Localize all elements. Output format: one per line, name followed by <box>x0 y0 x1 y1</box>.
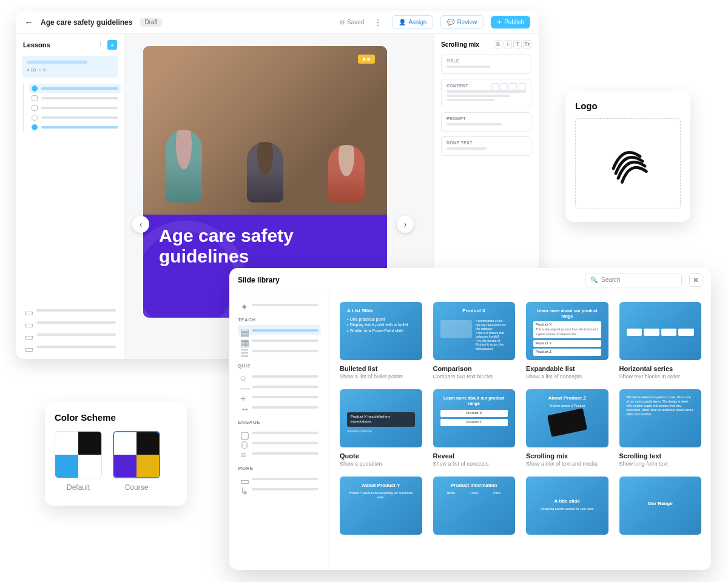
assign-button[interactable]: 👤Assign <box>392 15 433 29</box>
slide-template-tile[interactable]: Our Range <box>619 477 702 535</box>
next-slide-button[interactable]: › <box>397 216 414 233</box>
library-filter-item[interactable]: ↳ <box>238 484 321 494</box>
library-filter-item[interactable]: + <box>238 392 321 402</box>
library-category: TEACH <box>238 317 321 323</box>
library-category: ENGAGE <box>238 420 321 425</box>
logo-upload-slot[interactable] <box>575 118 681 209</box>
tool-icon[interactable] <box>500 83 508 90</box>
slide-template-tile[interactable]: Product InformationNameColorsPrice <box>433 477 516 535</box>
slide-template-tile[interactable]: A List Slide• One practical point• Displ… <box>340 302 422 380</box>
template-description: Show a mix of text and media <box>526 461 608 467</box>
color-swatch[interactable] <box>113 431 160 478</box>
color-scheme-option[interactable]: Default <box>55 431 102 492</box>
inspector-heading: Scrolling mix <box>441 41 479 48</box>
outline-item[interactable] <box>29 122 121 132</box>
library-filter-item[interactable]: ○ <box>238 371 321 381</box>
footer-item[interactable]: ▭ <box>24 304 116 316</box>
text-icon[interactable]: T <box>513 40 522 48</box>
template-name: Bulleted list <box>340 365 422 372</box>
color-scheme-label: Default <box>55 483 102 492</box>
template-thumbnail: Product InformationNameColorsPrice <box>433 477 516 535</box>
close-button[interactable]: ✕ <box>689 273 703 287</box>
italic-icon[interactable]: I <box>504 40 512 48</box>
document-title: Age care safety guidelines <box>41 18 132 27</box>
library-filter-all[interactable]: ✦ <box>238 299 321 310</box>
template-description: Show a list of concepts <box>526 373 608 380</box>
template-name: Comparison <box>433 365 516 372</box>
template-thumbnail: Product X has defied my expectations.Sat… <box>340 389 422 447</box>
slide-template-tile[interactable]: About Product YProduct Y tends to be eve… <box>340 477 422 535</box>
theme-icon: ▭ <box>24 343 32 350</box>
template-thumbnail: Will still be relevant in years to come,… <box>619 389 702 447</box>
library-filter-item[interactable]: ▤ <box>238 325 321 335</box>
template-description: Show text blocks in order <box>619 373 702 380</box>
slide-type-icon <box>32 95 38 101</box>
library-filter-item[interactable]: ⚇ <box>238 438 321 448</box>
draft-badge: Draft <box>140 18 163 27</box>
case-icon[interactable]: Tт <box>523 40 531 48</box>
book-icon: ▭ <box>24 307 32 314</box>
slide-template-tile[interactable]: A title slideDesigning course content fo… <box>526 477 608 535</box>
slide-outline <box>29 84 121 132</box>
content-field[interactable]: CONTENT <box>441 79 531 107</box>
slide-template-tile[interactable]: Learn more about our product rangeProduc… <box>433 389 516 467</box>
library-filter-item[interactable]: ▦ <box>238 335 321 346</box>
library-search-input[interactable]: 🔍 Search <box>585 273 682 287</box>
publish-button[interactable]: ✈Publish <box>491 16 530 28</box>
logo-card: Logo <box>565 91 690 222</box>
template-description: Show a list of concepts <box>433 461 516 467</box>
template-description: Show long-form text <box>619 461 702 467</box>
library-filter-item[interactable]: ↔ <box>238 402 321 412</box>
slide-template-tile[interactable]: Horizontal seriesShow text blocks in ord… <box>619 302 702 380</box>
field-label: CONTENT <box>447 84 468 88</box>
footer-item[interactable]: ▭ <box>24 341 116 353</box>
library-filter-item[interactable]: ≡ <box>238 448 321 458</box>
template-thumbnail: A List Slide• One practical point• Displ… <box>340 302 422 360</box>
slide-type-icon <box>32 124 38 130</box>
search-placeholder: Search <box>601 276 621 283</box>
lessons-more-icon[interactable]: ⋮ <box>95 40 105 50</box>
outline-item[interactable] <box>29 84 121 93</box>
outline-item[interactable] <box>29 113 121 122</box>
settings-icon: ▭ <box>24 331 32 338</box>
tool-icon[interactable] <box>519 83 526 90</box>
bold-icon[interactable]: B <box>494 40 502 48</box>
library-filter-item[interactable]: ▢ <box>238 427 321 438</box>
tool-icon[interactable] <box>510 83 517 90</box>
outline-item[interactable] <box>29 93 121 103</box>
footer-item[interactable]: ▭ <box>24 316 116 329</box>
slide-type-icon <box>32 105 38 111</box>
footer-item[interactable]: ▭ <box>24 329 116 341</box>
template-thumbnail: Learn more about our product rangeProduc… <box>526 302 608 360</box>
prev-slide-button[interactable]: ‹ <box>132 216 149 233</box>
library-filter-item[interactable]: ☰ <box>238 346 321 356</box>
add-lesson-button[interactable]: + <box>107 40 117 50</box>
title-field[interactable]: TITLE <box>441 55 531 74</box>
more-menu-icon[interactable]: ⋮ <box>371 18 385 27</box>
review-button[interactable]: 💬Review <box>440 15 484 29</box>
link-icon: ↳ <box>240 486 247 492</box>
slide-template-tile[interactable]: Product X• combination of our five top-r… <box>433 302 516 380</box>
review-icon: 💬 <box>447 19 454 25</box>
tool-icon[interactable] <box>491 83 499 90</box>
color-swatch[interactable] <box>55 431 102 478</box>
library-filter-item[interactable]: ▭ <box>238 473 321 484</box>
logo-heading: Logo <box>575 101 681 111</box>
library-filter-item[interactable]: — <box>238 381 321 392</box>
slide-template-tile[interactable]: Will still be relevant in years to come,… <box>619 389 702 467</box>
slide-hero-image: ■ ■ <box>143 46 387 215</box>
slide-template-tile[interactable]: About Product ZAnother variant of Produc… <box>526 389 608 467</box>
outline-item[interactable] <box>29 103 121 113</box>
color-scheme-option[interactable]: Course <box>113 431 160 492</box>
field-label: TITLE <box>447 59 526 63</box>
prompt-field[interactable]: PROMPT <box>441 112 531 132</box>
publish-icon: ✈ <box>497 19 502 25</box>
field-label: PROMPT <box>447 116 526 121</box>
slide-template-tile[interactable]: Learn more about our product rangeProduc… <box>526 302 608 380</box>
lesson-card[interactable]: 4:00 ☆ 5 <box>22 56 118 78</box>
slide-template-tile[interactable]: Product X has defied my expectations.Sat… <box>340 389 422 467</box>
list-icon: ▤ <box>240 327 247 333</box>
done-text-field[interactable]: DONE TEXT <box>441 136 531 156</box>
arrows-icon: ↔ <box>240 404 247 410</box>
back-arrow-icon[interactable]: ← <box>24 17 33 27</box>
